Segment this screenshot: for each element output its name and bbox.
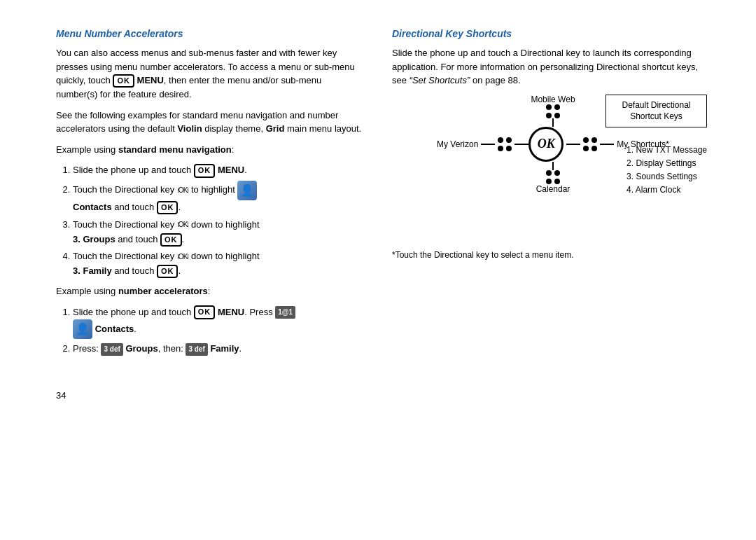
- left-para2-end: main menu layout.: [284, 123, 361, 134]
- step2-1: Slide the phone up and touch OK MENU. Pr…: [73, 305, 364, 340]
- shortcuts-list-container: 1. New TXT Message 2. Display Settings 3…: [626, 144, 707, 198]
- page-content: Menu Number Accelerators You can also ac…: [56, 28, 700, 362]
- steps-list: Slide the phone up and touch OK MENU. To…: [73, 163, 364, 279]
- key1-badge: 1@1: [275, 306, 295, 319]
- example1-label: Example using standard menu navigation:: [56, 143, 364, 157]
- grid-word: Grid: [266, 123, 285, 134]
- example2-text: Example using: [56, 286, 115, 296]
- menu-bold-s2: MENU: [218, 307, 244, 317]
- left-section-title: Menu Number Accelerators: [56, 28, 364, 39]
- example2-label-p: Example using number accelerators:: [56, 284, 364, 298]
- ok-circle: OK: [528, 127, 564, 162]
- step-4: Touch the Directional key ⁞OK⁞ down to h…: [73, 249, 364, 279]
- contacts-icon2: [73, 319, 92, 339]
- dot15: [546, 179, 552, 184]
- dot7: [498, 146, 503, 151]
- family-bold: 3. Family: [73, 265, 112, 276]
- top-section: Mobile Web: [531, 95, 575, 127]
- shortcut-item-4: 4. Alarm Clock: [626, 184, 707, 197]
- step2-2-text: Press: 3 def Groups, then: 3 def Family.: [73, 343, 241, 354]
- page-number: 34: [56, 390, 700, 401]
- vert-line-bottom: [552, 162, 554, 170]
- shortcuts-title-line2: Shortcut Keys: [630, 111, 682, 121]
- dot2: [554, 104, 560, 110]
- dir-key-step3: ⁞OK⁞: [177, 221, 188, 228]
- step2-1-text: Slide the phone up and touch OK MENU. Pr…: [73, 307, 295, 334]
- diagram-wrapper: Mobile Web My Verizon: [406, 95, 700, 194]
- ok-btn-step4: OK: [157, 265, 178, 278]
- shortcuts-title-line1: Default Directional: [622, 100, 690, 110]
- right-para1-end: on page 88.: [472, 75, 521, 85]
- ok-btn-step2: OK: [157, 201, 178, 214]
- footnote: *Touch the Directional key to select a m…: [392, 250, 700, 260]
- contacts-bold: Contacts: [73, 202, 112, 212]
- step4-text: Touch the Directional key ⁞OK⁞ down to h…: [73, 251, 260, 276]
- contacts-icon: [237, 181, 257, 200]
- left-para1: You can also access menus and sub-menus …: [56, 46, 364, 102]
- left-dot-grid: [498, 137, 512, 151]
- bottom-dot-grid: [546, 170, 560, 184]
- dot10: [592, 137, 597, 143]
- h-line-right: [566, 144, 580, 145]
- ok-btn-s2-1: OK: [194, 305, 216, 319]
- step-2: Touch the Directional key ⁞OK⁞ to highli…: [73, 181, 364, 215]
- h-line-left: [481, 144, 495, 145]
- dot11: [583, 146, 589, 151]
- dot1: [546, 104, 552, 110]
- shortcut-item-2: 2. Display Settings: [626, 157, 707, 170]
- standard-nav-label: standard menu navigation: [118, 144, 232, 155]
- contacts-bold2: Contacts: [95, 324, 134, 334]
- shortcut-item-1: 1. New TXT Message: [626, 144, 707, 157]
- menu-bold-step1: MENU: [218, 165, 244, 175]
- dot12: [592, 146, 597, 151]
- left-para2-mid: display theme,: [202, 123, 266, 134]
- ok-menu-icon: OK: [113, 74, 134, 88]
- dot14: [554, 170, 560, 176]
- step3-text: Touch the Directional key ⁞OK⁞ down to h…: [73, 219, 260, 244]
- example1-text: Example using: [56, 144, 115, 155]
- right-para1: Slide the phone up and touch a Direction…: [392, 46, 700, 88]
- left-para2: See the following examples for standard …: [56, 109, 364, 136]
- h-line-right2: [600, 144, 614, 145]
- key-3def-2: 3 def: [186, 343, 207, 356]
- mobile-web-label: Mobile Web: [531, 95, 575, 104]
- dot4: [554, 113, 560, 118]
- dot3: [546, 113, 552, 118]
- ok-btn-step3: OK: [160, 233, 182, 247]
- violin-word: Violin: [177, 123, 202, 134]
- vert-line-top: [552, 118, 554, 127]
- dot6: [506, 137, 512, 143]
- dir-key-step4: ⁞OK⁞: [177, 254, 188, 261]
- shortcut-item-3: 3. Sounds Settings: [626, 170, 707, 184]
- left-column: Menu Number Accelerators You can also ac…: [56, 28, 364, 362]
- ok-btn-step1: OK: [194, 164, 216, 177]
- h-line-left2: [514, 144, 528, 145]
- top-dot-grid: [546, 104, 560, 118]
- step-3: Touch the Directional key ⁞OK⁞ down to h…: [73, 218, 364, 247]
- step-1: Slide the phone up and touch OK MENU.: [73, 163, 364, 178]
- my-verizon-label: My Verizon: [437, 139, 478, 149]
- key-3def-1: 3 def: [101, 343, 122, 356]
- step2-2: Press: 3 def Groups, then: 3 def Family.: [73, 342, 364, 356]
- dot13: [546, 170, 552, 176]
- step2-text: Touch the Directional key ⁞OK⁞ to highli…: [73, 184, 257, 212]
- left-side: My Verizon: [437, 137, 528, 151]
- shortcuts-box-title: Default Directional Shortcut Keys: [613, 99, 699, 123]
- dot8: [506, 146, 512, 151]
- family-bold2: Family: [210, 343, 239, 354]
- set-shortcuts-ref: “Set Shortcuts”: [410, 75, 470, 85]
- dot16: [554, 179, 560, 184]
- right-dot-grid: [583, 137, 597, 151]
- dot9: [583, 137, 589, 143]
- menu-word: MENU: [137, 75, 164, 85]
- steps2-list: Slide the phone up and touch OK MENU. Pr…: [73, 305, 364, 357]
- bottom-section: Calendar: [536, 162, 570, 194]
- step1-text: Slide the phone up and touch OK MENU.: [73, 165, 247, 175]
- right-column: Directional Key Shortcuts Slide the phon…: [392, 28, 700, 362]
- dot5: [498, 137, 503, 143]
- ok-circle-text: OK: [538, 137, 555, 151]
- dir-key-step2: ⁞OK⁞: [177, 187, 188, 194]
- groups-bold2: Groups: [125, 343, 158, 354]
- num-acc-label: number accelerators: [118, 286, 208, 296]
- groups-bold: 3. Groups: [73, 234, 115, 244]
